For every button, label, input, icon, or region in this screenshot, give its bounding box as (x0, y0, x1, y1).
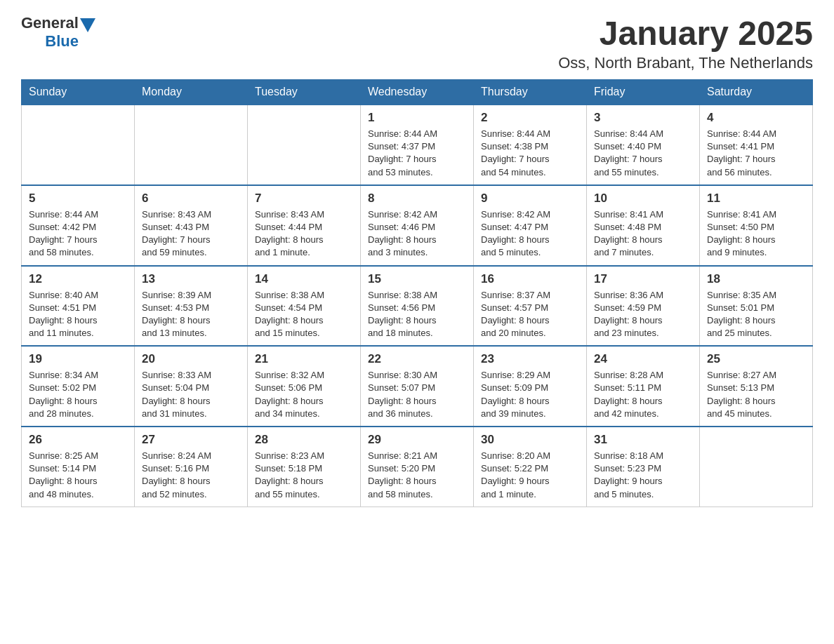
day-number: 5 (29, 192, 127, 206)
calendar-cell: 5Sunrise: 8:44 AMSunset: 4:42 PMDaylight… (22, 185, 135, 266)
day-info: Sunrise: 8:42 AMSunset: 4:47 PMDaylight:… (481, 208, 579, 260)
calendar-cell: 6Sunrise: 8:43 AMSunset: 4:43 PMDaylight… (135, 185, 248, 266)
day-info: Sunrise: 8:35 AMSunset: 5:01 PMDaylight:… (707, 289, 805, 340)
day-number: 18 (707, 272, 805, 286)
day-info: Sunrise: 8:41 AMSunset: 4:48 PMDaylight:… (594, 208, 692, 260)
svg-marker-0 (80, 18, 95, 32)
calendar-cell: 7Sunrise: 8:43 AMSunset: 4:44 PMDaylight… (248, 185, 361, 266)
calendar-cell (700, 427, 813, 507)
calendar-table: SundayMondayTuesdayWednesdayThursdayFrid… (21, 79, 813, 507)
calendar-cell: 10Sunrise: 8:41 AMSunset: 4:48 PMDayligh… (587, 185, 700, 266)
day-info: Sunrise: 8:39 AMSunset: 4:53 PMDaylight:… (142, 289, 240, 340)
day-info: Sunrise: 8:44 AMSunset: 4:40 PMDaylight:… (594, 128, 692, 179)
day-number: 13 (142, 272, 240, 286)
calendar-cell: 24Sunrise: 8:28 AMSunset: 5:11 PMDayligh… (587, 346, 700, 427)
calendar-subtitle: Oss, North Brabant, The Netherlands (558, 54, 813, 72)
day-number: 23 (481, 352, 579, 366)
calendar-cell (248, 105, 361, 185)
calendar-cell: 21Sunrise: 8:32 AMSunset: 5:06 PMDayligh… (248, 346, 361, 427)
day-info: Sunrise: 8:34 AMSunset: 5:02 PMDaylight:… (29, 369, 127, 420)
day-number: 16 (481, 272, 579, 286)
day-info: Sunrise: 8:21 AMSunset: 5:20 PMDaylight:… (368, 450, 466, 501)
day-number: 2 (481, 111, 579, 125)
calendar-header-tuesday: Tuesday (248, 80, 361, 105)
calendar-cell: 8Sunrise: 8:42 AMSunset: 4:46 PMDaylight… (361, 185, 474, 266)
calendar-cell: 28Sunrise: 8:23 AMSunset: 5:18 PMDayligh… (248, 427, 361, 507)
day-number: 20 (142, 352, 240, 366)
day-number: 8 (368, 192, 466, 206)
day-number: 28 (255, 433, 353, 447)
calendar-cell: 12Sunrise: 8:40 AMSunset: 4:51 PMDayligh… (22, 266, 135, 347)
calendar-cell: 13Sunrise: 8:39 AMSunset: 4:53 PMDayligh… (135, 266, 248, 347)
calendar-title: January 2025 (558, 14, 813, 53)
day-number: 3 (594, 111, 692, 125)
day-info: Sunrise: 8:24 AMSunset: 5:16 PMDaylight:… (142, 450, 240, 501)
calendar-cell: 15Sunrise: 8:38 AMSunset: 4:56 PMDayligh… (361, 266, 474, 347)
day-info: Sunrise: 8:44 AMSunset: 4:38 PMDaylight:… (481, 128, 579, 179)
calendar-cell: 14Sunrise: 8:38 AMSunset: 4:54 PMDayligh… (248, 266, 361, 347)
week-row-5: 26Sunrise: 8:25 AMSunset: 5:14 PMDayligh… (22, 427, 813, 507)
day-info: Sunrise: 8:38 AMSunset: 4:54 PMDaylight:… (255, 289, 353, 340)
day-number: 7 (255, 192, 353, 206)
day-number: 10 (594, 192, 692, 206)
calendar-cell: 25Sunrise: 8:27 AMSunset: 5:13 PMDayligh… (700, 346, 813, 427)
day-info: Sunrise: 8:44 AMSunset: 4:37 PMDaylight:… (368, 128, 466, 179)
day-number: 19 (29, 352, 127, 366)
day-info: Sunrise: 8:23 AMSunset: 5:18 PMDaylight:… (255, 450, 353, 501)
calendar-cell: 9Sunrise: 8:42 AMSunset: 4:47 PMDaylight… (474, 185, 587, 266)
calendar-cell: 17Sunrise: 8:36 AMSunset: 4:59 PMDayligh… (587, 266, 700, 347)
calendar-cell: 29Sunrise: 8:21 AMSunset: 5:20 PMDayligh… (361, 427, 474, 507)
calendar-cell: 23Sunrise: 8:29 AMSunset: 5:09 PMDayligh… (474, 346, 587, 427)
day-number: 25 (707, 352, 805, 366)
day-info: Sunrise: 8:42 AMSunset: 4:46 PMDaylight:… (368, 208, 466, 260)
day-number: 24 (594, 352, 692, 366)
calendar-cell: 3Sunrise: 8:44 AMSunset: 4:40 PMDaylight… (587, 105, 700, 185)
day-info: Sunrise: 8:44 AMSunset: 4:42 PMDaylight:… (29, 208, 127, 260)
day-info: Sunrise: 8:32 AMSunset: 5:06 PMDaylight:… (255, 369, 353, 420)
day-info: Sunrise: 8:43 AMSunset: 4:44 PMDaylight:… (255, 208, 353, 260)
week-row-4: 19Sunrise: 8:34 AMSunset: 5:02 PMDayligh… (22, 346, 813, 427)
week-row-3: 12Sunrise: 8:40 AMSunset: 4:51 PMDayligh… (22, 266, 813, 347)
day-info: Sunrise: 8:30 AMSunset: 5:07 PMDaylight:… (368, 369, 466, 420)
day-number: 27 (142, 433, 240, 447)
day-number: 22 (368, 352, 466, 366)
calendar-cell: 19Sunrise: 8:34 AMSunset: 5:02 PMDayligh… (22, 346, 135, 427)
day-number: 15 (368, 272, 466, 286)
calendar-cell: 18Sunrise: 8:35 AMSunset: 5:01 PMDayligh… (700, 266, 813, 347)
day-info: Sunrise: 8:20 AMSunset: 5:22 PMDaylight:… (481, 450, 579, 501)
logo-general: General (21, 14, 79, 32)
calendar-cell: 30Sunrise: 8:20 AMSunset: 5:22 PMDayligh… (474, 427, 587, 507)
day-info: Sunrise: 8:29 AMSunset: 5:09 PMDaylight:… (481, 369, 579, 420)
calendar-header-sunday: Sunday (22, 80, 135, 105)
day-info: Sunrise: 8:40 AMSunset: 4:51 PMDaylight:… (29, 289, 127, 340)
calendar-cell: 31Sunrise: 8:18 AMSunset: 5:23 PMDayligh… (587, 427, 700, 507)
day-number: 21 (255, 352, 353, 366)
logo-triangle-icon (80, 18, 95, 32)
calendar-header-row: SundayMondayTuesdayWednesdayThursdayFrid… (22, 80, 813, 105)
calendar-header-saturday: Saturday (700, 80, 813, 105)
day-number: 17 (594, 272, 692, 286)
day-number: 12 (29, 272, 127, 286)
week-row-2: 5Sunrise: 8:44 AMSunset: 4:42 PMDaylight… (22, 185, 813, 266)
calendar-header-wednesday: Wednesday (361, 80, 474, 105)
day-number: 30 (481, 433, 579, 447)
day-number: 1 (368, 111, 466, 125)
calendar-cell: 22Sunrise: 8:30 AMSunset: 5:07 PMDayligh… (361, 346, 474, 427)
calendar-header-thursday: Thursday (474, 80, 587, 105)
logo-blue: Blue (45, 32, 79, 51)
day-number: 11 (707, 192, 805, 206)
day-info: Sunrise: 8:18 AMSunset: 5:23 PMDaylight:… (594, 450, 692, 501)
day-number: 6 (142, 192, 240, 206)
day-info: Sunrise: 8:43 AMSunset: 4:43 PMDaylight:… (142, 208, 240, 260)
day-info: Sunrise: 8:27 AMSunset: 5:13 PMDaylight:… (707, 369, 805, 420)
day-info: Sunrise: 8:41 AMSunset: 4:50 PMDaylight:… (707, 208, 805, 260)
day-number: 14 (255, 272, 353, 286)
day-number: 29 (368, 433, 466, 447)
day-info: Sunrise: 8:36 AMSunset: 4:59 PMDaylight:… (594, 289, 692, 340)
calendar-cell: 2Sunrise: 8:44 AMSunset: 4:38 PMDaylight… (474, 105, 587, 185)
day-info: Sunrise: 8:44 AMSunset: 4:41 PMDaylight:… (707, 128, 805, 179)
logo: General Blue (21, 14, 95, 51)
calendar-cell: 26Sunrise: 8:25 AMSunset: 5:14 PMDayligh… (22, 427, 135, 507)
calendar-cell: 20Sunrise: 8:33 AMSunset: 5:04 PMDayligh… (135, 346, 248, 427)
calendar-header-friday: Friday (587, 80, 700, 105)
